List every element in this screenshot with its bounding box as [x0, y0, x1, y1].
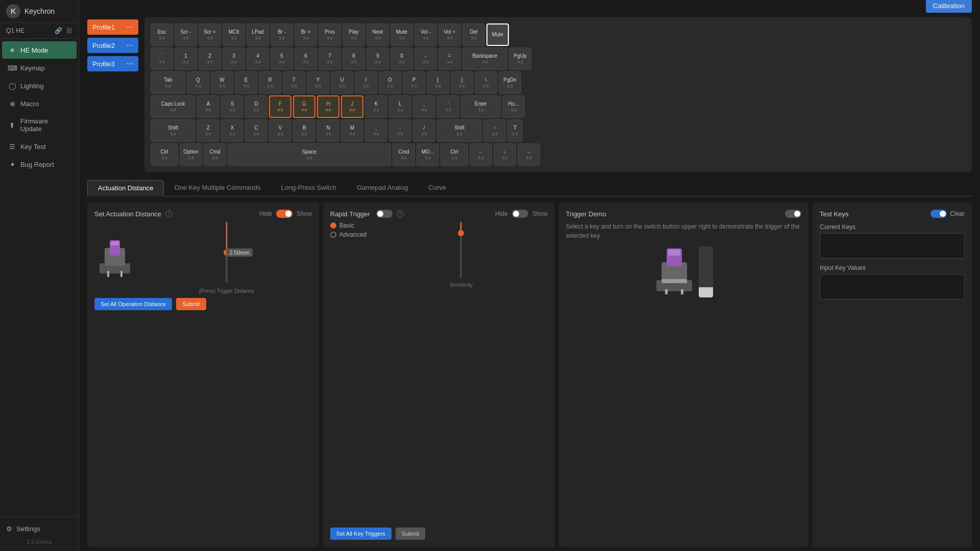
radio-basic[interactable]: Basic [330, 222, 366, 229]
key-n[interactable]: N3.3 [317, 119, 339, 142]
rapid-submit-button[interactable]: Submit [396, 528, 425, 540]
key-lbracket[interactable]: [3.3 [427, 71, 449, 94]
trigger-demo-toggle[interactable] [785, 210, 801, 218]
key-9[interactable]: 93.3 [366, 47, 389, 70]
slider-thumb[interactable]: 2.50mm [224, 249, 230, 256]
key-8[interactable]: 83.3 [342, 47, 365, 70]
settings-item[interactable]: ⚙ Settings [6, 521, 72, 537]
key-a[interactable]: A3.3 [197, 95, 219, 118]
key-u[interactable]: U3.3 [331, 71, 353, 94]
key-pgup[interactable]: PgUp3.3 [509, 47, 531, 70]
key-r[interactable]: R3.3 [259, 71, 281, 94]
key-vol-minus[interactable]: Vol -3.3 [414, 23, 437, 46]
key-7[interactable]: 73.3 [318, 47, 341, 70]
rapid-trigger-toggle[interactable] [376, 210, 393, 218]
key-space[interactable]: Space3.3 [228, 143, 391, 166]
key-6[interactable]: 63.3 [295, 47, 317, 70]
key-cmd-left[interactable]: Cmd3.3 [204, 143, 226, 166]
key-br-minus[interactable]: Br -3.3 [271, 23, 293, 46]
rapid-slider-thumb[interactable] [458, 230, 464, 236]
rapid-slider[interactable] [460, 222, 462, 278]
key-right[interactable]: →3.3 [518, 143, 540, 166]
key-up[interactable]: ↑3.3 [483, 119, 506, 142]
calibration-button[interactable]: Calibration [926, 0, 972, 13]
actuation-toggle[interactable] [276, 210, 292, 218]
key-m[interactable]: M3.3 [341, 119, 363, 142]
key-mctl[interactable]: MCtl3.3 [223, 23, 245, 46]
key-mute[interactable]: Mute3.3 [390, 23, 413, 46]
profile2-menu-icon[interactable]: ··· [127, 41, 133, 50]
key-equals[interactable]: =3.3 [438, 47, 461, 70]
sidebar-item-key-test[interactable]: ☰ Key Test [2, 138, 77, 155]
actuation-submit-button[interactable]: Submit [176, 298, 206, 310]
key-z[interactable]: Z3.3 [197, 119, 219, 142]
profile2-button[interactable]: Profile2 ··· [87, 38, 138, 53]
key-backtick[interactable]: `3.3 [151, 47, 173, 70]
key-t-right[interactable]: T3.3 [507, 119, 523, 142]
profile1-menu-icon[interactable]: ··· [127, 22, 133, 32]
actuation-slider[interactable]: 2.50mm [226, 222, 228, 283]
tab-actuation-distance[interactable]: Actuation Distance [87, 180, 164, 196]
key-mute-selected[interactable]: Mute [486, 23, 509, 46]
sidebar-item-bug-report[interactable]: ✦ Bug Report [2, 156, 77, 173]
key-tab[interactable]: Tab3.3 [151, 71, 185, 94]
key-option[interactable]: Option3.3 [180, 143, 202, 166]
key-minus[interactable]: -3.3 [414, 47, 437, 70]
key-x[interactable]: X3.3 [221, 119, 243, 142]
sidebar-item-firmware[interactable]: ⬆ Firmware Update [2, 113, 77, 137]
key-backslash[interactable]: \3.3 [475, 71, 497, 94]
key-3[interactable]: 33.3 [223, 47, 245, 70]
key-f[interactable]: F4.0 [269, 95, 291, 118]
profile1-button[interactable]: Profile1 ··· [87, 19, 138, 35]
key-c[interactable]: C3.3 [245, 119, 267, 142]
testkeys-toggle[interactable] [930, 210, 947, 218]
key-l[interactable]: L3.3 [389, 95, 411, 118]
key-g[interactable]: G4.0 [293, 95, 315, 118]
set-all-operation-button[interactable]: Set All Operation Distance [94, 298, 172, 310]
key-j[interactable]: J4.0 [341, 95, 363, 118]
tab-one-key[interactable]: One Key Multiple Commands [164, 180, 271, 196]
key-ctrl-left[interactable]: Ctrl3.3 [151, 143, 178, 166]
link-icon[interactable]: 🔗 [55, 27, 62, 34]
key-h[interactable]: H4.0 [317, 95, 339, 118]
key-shift-right[interactable]: Shift3.3 [437, 119, 482, 142]
key-k[interactable]: K3.3 [365, 95, 387, 118]
key-enter[interactable]: Enter3.3 [461, 95, 501, 118]
key-left[interactable]: ←3.3 [470, 143, 492, 166]
actuation-info-icon[interactable]: ? [165, 210, 173, 217]
key-esc[interactable]: Esc3.3 [151, 23, 173, 46]
key-v[interactable]: V3.3 [269, 119, 291, 142]
key-0[interactable]: 03.3 [390, 47, 413, 70]
key-w[interactable]: W3.3 [211, 71, 233, 94]
key-next[interactable]: Next3.3 [366, 23, 389, 46]
tab-gamepad[interactable]: Gamepad Analog [347, 180, 418, 196]
key-br-plus[interactable]: Br +3.3 [295, 23, 317, 46]
key-mo[interactable]: MO...3.3 [416, 143, 439, 166]
key-home[interactable]: Ho...3.3 [502, 95, 525, 118]
key-quote[interactable]: '3.3 [437, 95, 459, 118]
key-q[interactable]: Q3.3 [187, 71, 209, 94]
sidebar-item-keymap[interactable]: ⌨ Keymap [2, 59, 77, 77]
key-lpad[interactable]: LPad3.3 [247, 23, 269, 46]
key-e[interactable]: E3.3 [235, 71, 257, 94]
key-5[interactable]: 53.3 [271, 47, 293, 70]
rapid-info-icon[interactable]: ? [397, 210, 404, 217]
key-y[interactable]: Y3.3 [307, 71, 329, 94]
radio-advanced[interactable]: Advanced [330, 231, 366, 238]
rapid-hide-toggle[interactable] [512, 210, 528, 218]
key-play[interactable]: Play3.3 [342, 23, 365, 46]
sidebar-item-he-mode[interactable]: ≡ HE Mode [2, 41, 77, 59]
unlink-icon[interactable]: ⛓ [66, 27, 72, 34]
tab-curve[interactable]: Curve [418, 180, 456, 196]
sidebar-item-lighting[interactable]: ◯ Lighting [2, 77, 77, 94]
key-2[interactable]: 23.3 [199, 47, 221, 70]
key-scr-minus[interactable]: Scr -3.3 [175, 23, 197, 46]
key-i[interactable]: I3.3 [355, 71, 377, 94]
profile3-button[interactable]: Profile3 ··· [87, 56, 138, 71]
key-rbracket[interactable]: ]3.3 [451, 71, 473, 94]
key-ctrl-right[interactable]: Ctrl3.3 [440, 143, 468, 166]
key-capslock[interactable]: Caps Lock3.3 [151, 95, 195, 118]
key-pgdn[interactable]: PgDn3.3 [499, 71, 521, 94]
key-backspace[interactable]: Backspace3.3 [462, 47, 507, 70]
key-d[interactable]: D3.3 [245, 95, 267, 118]
